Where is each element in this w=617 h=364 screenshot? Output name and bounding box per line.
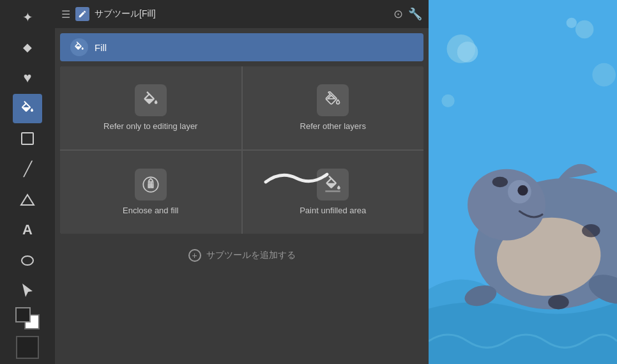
- toolbar-icon-speech[interactable]: [13, 246, 42, 275]
- svg-point-17: [592, 63, 616, 87]
- svg-point-15: [567, 18, 577, 28]
- triangle-icon: [20, 192, 35, 208]
- refer-editing-label: Refer only to editing layer: [103, 121, 197, 132]
- paint-svg: [324, 176, 342, 193]
- toolbar-icon-heart[interactable]: ♥: [13, 63, 42, 93]
- svg-point-2: [22, 256, 33, 265]
- tool-refer-editing-layer[interactable]: Refer only to editing layer: [60, 66, 241, 149]
- enclose-label: Enclose and fill: [123, 206, 178, 216]
- svg-point-20: [548, 295, 569, 309]
- canvas-illustration: [429, 0, 617, 364]
- fill-bucket-btn-icon: [70, 38, 88, 56]
- bucket-solid-icon: [142, 91, 160, 109]
- fill-label: Fill: [95, 42, 107, 53]
- add-subtool-button[interactable]: + サブツールを追加する: [60, 239, 423, 272]
- enclose-svg: [142, 176, 160, 193]
- pencil-icon: [78, 10, 87, 19]
- bucket-icon-svg: [73, 42, 85, 53]
- speech-icon: [20, 253, 35, 268]
- toolbar-icon-fill[interactable]: [13, 94, 42, 123]
- paint-unfilled-icon: [317, 169, 349, 201]
- svg-rect-0: [22, 133, 33, 144]
- bucket-outline-icon: [324, 91, 342, 109]
- subtool-header: ☰ サブツール[Fill] ⊙ 🔧: [55, 0, 429, 28]
- foreground-color[interactable]: [15, 307, 31, 322]
- tool-paint-unfilled[interactable]: Paint unfilled area: [243, 151, 424, 234]
- refer-editing-icon: [135, 84, 167, 116]
- tool-enclose-fill[interactable]: Enclose and fill: [60, 151, 241, 234]
- header-title-icon: [75, 7, 89, 21]
- header-right-icons: ⊙ 🔧: [393, 7, 422, 21]
- color-squares[interactable]: [15, 307, 40, 330]
- svg-point-13: [457, 42, 478, 63]
- subtool-panel: ☰ サブツール[Fill] ⊙ 🔧 Fill: [55, 0, 429, 364]
- enclose-icon: [135, 169, 167, 201]
- header-menu-icon[interactable]: ☰: [61, 8, 70, 20]
- toolbar-icon-text[interactable]: A: [13, 216, 42, 245]
- toolbar-icon-star[interactable]: ✦: [13, 3, 42, 32]
- content-area: Fill Refer only to editing layer: [55, 28, 429, 364]
- add-circle-icon: +: [188, 249, 201, 262]
- fill-bucket-icon: [20, 101, 35, 116]
- cursor-icon: [20, 284, 35, 299]
- header-title: サブツール[Fill]: [95, 8, 156, 20]
- add-subtool-label: サブツールを追加する: [206, 250, 296, 261]
- svg-point-18: [492, 177, 508, 187]
- toolbar-icon-triangle[interactable]: [13, 185, 42, 215]
- svg-point-19: [582, 224, 600, 237]
- toolbar-icon-line[interactable]: ╱: [13, 155, 42, 184]
- refer-other-icon: [317, 84, 349, 116]
- tool-refer-other-layers[interactable]: Refer other layers: [243, 66, 424, 149]
- svg-marker-1: [21, 195, 34, 205]
- toolbar-icon-rect[interactable]: [13, 125, 42, 154]
- rect-icon: [20, 131, 35, 146]
- clock-settings-icon[interactable]: ⊙: [393, 7, 403, 21]
- wrench-icon[interactable]: 🔧: [408, 7, 422, 21]
- paint-unfilled-label: Paint unfilled area: [300, 206, 366, 216]
- toolbar-icon-cursor[interactable]: [13, 277, 42, 306]
- svg-rect-3: [148, 183, 153, 188]
- svg-point-14: [575, 20, 593, 38]
- canvas-area[interactable]: [429, 0, 617, 364]
- left-toolbar: ✦ ◆ ♥ ╱ A: [0, 0, 55, 364]
- bottom-color-swatch[interactable]: [16, 336, 39, 359]
- svg-point-9: [517, 185, 528, 195]
- toolbar-icon-diamond[interactable]: ◆: [13, 33, 42, 63]
- tool-grid: Refer only to editing layer Refer other …: [60, 66, 423, 234]
- svg-point-16: [441, 95, 454, 107]
- fill-button[interactable]: Fill: [60, 33, 423, 61]
- refer-other-label: Refer other layers: [300, 121, 366, 132]
